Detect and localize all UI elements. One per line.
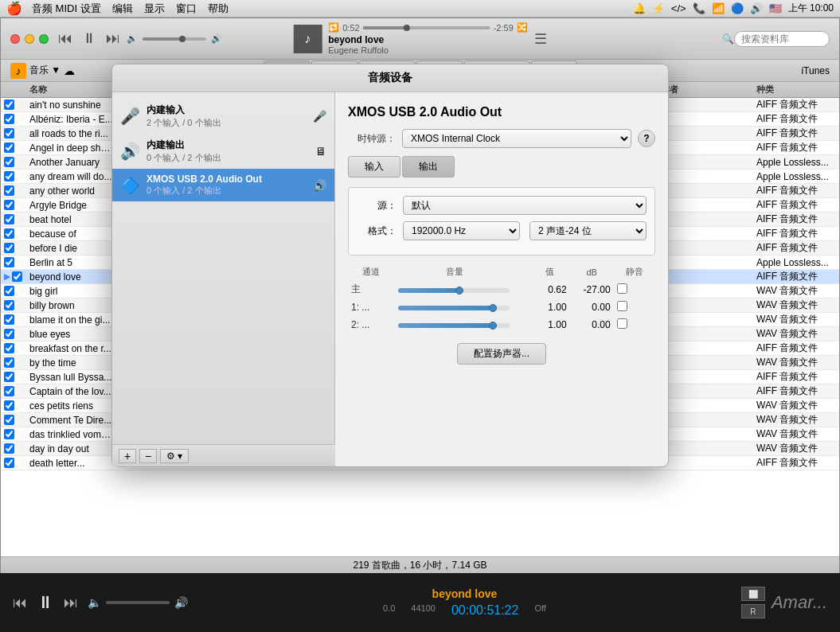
song-checkbox[interactable] xyxy=(4,400,14,411)
bb-time-display: 00:00:51:22 xyxy=(451,603,519,618)
notification-icon[interactable]: 🔔 xyxy=(633,2,646,14)
song-checkbox[interactable] xyxy=(4,386,14,396)
song-checkbox[interactable] xyxy=(4,458,14,468)
song-checkbox[interactable] xyxy=(12,271,22,282)
mixer-slider-cell[interactable] xyxy=(395,298,514,316)
mixer-row: 主 0.62 -27.00 xyxy=(348,280,655,298)
flag-icon[interactable]: 🇺🇸 xyxy=(769,2,782,14)
song-kind: AIFF 音频文件 xyxy=(756,370,836,384)
mute-checkbox[interactable] xyxy=(617,301,627,311)
maximize-button[interactable] xyxy=(39,34,49,44)
itunes-store-label[interactable]: iTunes xyxy=(801,65,830,76)
bottom-bar: ⏮ ⏸ ⏭ 🔈 🔊 beyond love 0.0 44100 00:00:51… xyxy=(0,573,840,632)
bb-play-button[interactable]: ⏸ xyxy=(37,592,54,613)
song-checkbox[interactable] xyxy=(4,171,14,181)
apple-menu[interactable]: 🍎 xyxy=(6,1,22,16)
volume-slider[interactable] xyxy=(143,37,206,41)
cloud-icon[interactable]: ☁ xyxy=(64,64,75,77)
clock-select[interactable]: XMOS Internal Clock xyxy=(402,129,631,148)
clock-label: 时钟源： xyxy=(348,132,396,146)
mute-checkbox[interactable] xyxy=(617,283,627,294)
bb-r-button[interactable]: R xyxy=(741,604,765,618)
tab-output[interactable]: 输出 xyxy=(402,156,455,178)
forward-button[interactable]: ⏭ xyxy=(106,30,120,47)
bb-rewind-button[interactable]: ⏮ xyxy=(13,595,27,611)
menu-view[interactable]: 显示 xyxy=(144,2,165,16)
song-checkbox[interactable] xyxy=(4,142,14,153)
song-checkbox[interactable] xyxy=(4,214,14,224)
rewind-button[interactable]: ⏮ xyxy=(58,30,72,47)
song-checkbox[interactable] xyxy=(4,314,14,325)
mixer-mute[interactable] xyxy=(614,298,655,316)
format-ch-select[interactable]: 2 声道-24 位 xyxy=(529,221,647,240)
play-pause-button[interactable]: ⏸ xyxy=(82,30,96,47)
song-checkbox[interactable] xyxy=(4,128,14,138)
song-checkbox[interactable] xyxy=(4,286,14,296)
tab-input[interactable]: 输入 xyxy=(348,156,400,178)
device-list-toolbar: + − ⚙ ▾ xyxy=(112,444,335,466)
song-name: Albéniz: Iberia - E... xyxy=(26,114,113,125)
bb-top-button[interactable]: ⬜ xyxy=(741,587,765,601)
device-item-xmos[interactable]: 🔷 XMOS USB 2.0 Audio Out 0 个输入 / 2 个输出 🔊 xyxy=(112,169,334,201)
song-checkbox[interactable] xyxy=(4,300,14,310)
song-checkbox[interactable] xyxy=(4,357,14,368)
col-kind-header[interactable]: 种类 xyxy=(756,84,836,96)
song-checkbox[interactable] xyxy=(4,185,14,196)
device-item-builtin-input[interactable]: 🎤 内建输入 2 个输入 / 0 个输出 🎤 xyxy=(112,99,334,134)
mixer-mute[interactable] xyxy=(614,280,655,298)
close-button[interactable] xyxy=(10,34,20,44)
mixer-row: 2: ... 1.00 0.00 xyxy=(348,316,655,334)
bb-volume-area: 🔈 🔊 xyxy=(88,596,188,609)
song-checkbox[interactable] xyxy=(4,99,14,110)
remove-device-button[interactable]: − xyxy=(139,449,157,463)
mixer-slider-cell[interactable] xyxy=(395,280,514,298)
col-name-header[interactable]: 名称 xyxy=(26,84,113,96)
bb-vol-up-icon: 🔊 xyxy=(174,596,188,609)
song-checkbox[interactable] xyxy=(4,329,14,339)
song-name: blue eyes xyxy=(26,329,113,340)
mixer-mute[interactable] xyxy=(614,316,655,334)
song-checkbox[interactable] xyxy=(4,157,14,167)
source-select[interactable]: 默认 xyxy=(403,196,647,215)
menu-audio-midi[interactable]: 音频 MIDI 设置 xyxy=(32,2,101,16)
configure-speakers-button[interactable]: 配置扬声器... xyxy=(457,343,546,365)
song-checkbox[interactable] xyxy=(4,114,14,124)
menu-edit[interactable]: 编辑 xyxy=(112,2,133,16)
song-checkbox[interactable] xyxy=(4,343,14,353)
list-view-icon[interactable]: ☰ xyxy=(534,30,547,48)
bb-forward-button[interactable]: ⏭ xyxy=(64,595,78,611)
code-icon[interactable]: </> xyxy=(671,2,686,14)
window-controls xyxy=(10,34,49,44)
bb-volume-slider[interactable] xyxy=(106,601,170,604)
song-checkbox[interactable] xyxy=(4,243,14,253)
progress-bar[interactable] xyxy=(363,26,490,29)
search-input[interactable] xyxy=(734,31,830,47)
help-button[interactable]: ? xyxy=(638,130,655,147)
now-playing-area: ♪ 🔁 0:52 -2:59 🔀 beyond lo xyxy=(293,22,547,55)
song-checkbox[interactable] xyxy=(4,372,14,382)
menu-help[interactable]: 帮助 xyxy=(208,2,229,16)
song-checkbox[interactable] xyxy=(4,257,14,267)
mixer-slider-cell[interactable] xyxy=(395,316,514,334)
wifi-icon[interactable]: 📶 xyxy=(712,2,725,14)
format-hz-select[interactable]: 192000.0 Hz xyxy=(403,221,520,240)
col-author-header[interactable]: 作者 xyxy=(661,84,756,96)
usb-icon: 🔷 xyxy=(120,176,140,195)
song-checkbox[interactable] xyxy=(4,200,14,210)
song-checkbox[interactable] xyxy=(4,443,14,454)
mute-checkbox[interactable] xyxy=(617,318,627,329)
song-checkbox[interactable] xyxy=(4,415,14,425)
phone-icon[interactable]: 📞 xyxy=(693,2,705,14)
bb-track-meta: 0.0 44100 00:00:51:22 Off xyxy=(197,603,732,618)
song-name: death letter... xyxy=(26,458,113,469)
device-item-builtin-output[interactable]: 🔊 内建输出 0 个输入 / 2 个输出 🖥 xyxy=(112,134,334,169)
song-checkbox[interactable] xyxy=(4,429,14,439)
volume-icon[interactable]: 🔊 xyxy=(750,2,763,14)
add-device-button[interactable]: + xyxy=(119,449,136,463)
bolt-icon[interactable]: ⚡ xyxy=(652,2,665,14)
bluetooth-icon[interactable]: 🔵 xyxy=(731,2,744,14)
settings-device-button[interactable]: ⚙ ▾ xyxy=(160,449,189,463)
menu-window[interactable]: 窗口 xyxy=(176,2,197,16)
song-checkbox[interactable] xyxy=(4,228,14,239)
minimize-button[interactable] xyxy=(25,34,34,44)
